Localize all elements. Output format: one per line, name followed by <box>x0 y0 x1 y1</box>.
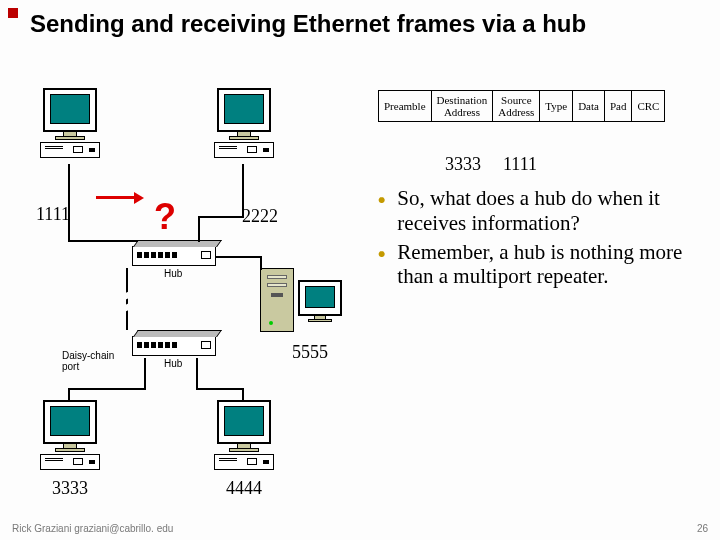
hub-lower <box>132 336 216 356</box>
hub-upper-label: Hub <box>164 268 182 279</box>
daisy-chain-label: Daisy-chainport <box>62 350 114 372</box>
frame-field: DestinationAddress <box>431 91 493 122</box>
pc-3333 <box>40 400 100 470</box>
pc-2222 <box>214 88 274 158</box>
frame-field: Preamble <box>379 91 432 122</box>
question-mark: ? <box>154 196 176 238</box>
bullet-text: Remember, a hub is nothing more than a m… <box>397 240 708 290</box>
frame-field: CRC <box>632 91 665 122</box>
frame-field: Data <box>573 91 605 122</box>
server-label: 5555 <box>292 342 328 363</box>
server-tower <box>260 268 294 332</box>
src-address-example: 1111 <box>503 154 537 175</box>
ethernet-frame-table: PreambleDestinationAddressSourceAddressT… <box>378 90 665 122</box>
bullet-list: •So, what does a hub do when it receives… <box>378 186 708 293</box>
bullet-icon: • <box>378 242 385 290</box>
hub-upper <box>132 246 216 266</box>
pc-4444-label: 4444 <box>226 478 262 499</box>
bullet-decoration <box>8 8 18 18</box>
footer-credit: Rick Graziani graziani@cabrillo. edu <box>12 523 173 534</box>
pc-1111-label: 1111 <box>36 204 70 225</box>
network-diagram: 1111 2222 ? Hub Hub Daisy-chainport 5555… <box>16 88 366 518</box>
pc-3333-label: 3333 <box>52 478 88 499</box>
bullet-icon: • <box>378 188 385 236</box>
pc-4444 <box>214 400 274 470</box>
hub-lower-label: Hub <box>164 358 182 369</box>
page-number: 26 <box>697 523 708 534</box>
pc-1111 <box>40 88 100 158</box>
frame-field: SourceAddress <box>493 91 540 122</box>
frame-field: Pad <box>604 91 632 122</box>
pc-2222-label: 2222 <box>242 206 278 227</box>
server-monitor <box>298 280 342 322</box>
bullet-text: So, what does a hub do when it receives … <box>397 186 708 236</box>
slide-title: Sending and receiving Ethernet frames vi… <box>30 10 708 38</box>
dest-address-example: 3333 <box>445 154 481 175</box>
frame-field: Type <box>540 91 573 122</box>
